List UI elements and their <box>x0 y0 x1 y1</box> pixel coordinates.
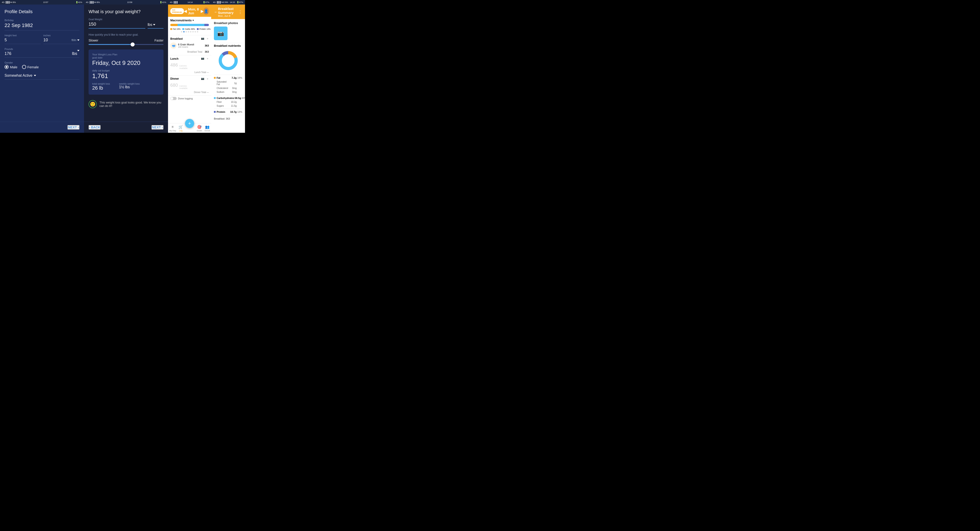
avatar[interactable]: 👤 <box>204 8 209 15</box>
lunch-total-row: Lunch Total — <box>170 71 209 74</box>
radio-female[interactable] <box>22 65 26 69</box>
donut-chart-container <box>214 49 242 72</box>
dinner-add-icon[interactable]: ＋ <box>206 77 209 81</box>
divider-5 <box>214 115 242 115</box>
carousel-dot-2[interactable] <box>183 31 185 32</box>
fat-nutrient-label: Fat <box>216 76 221 79</box>
protein-nutrient-label: Protein <box>216 111 225 113</box>
plan-goal-date-label: goal date <box>92 56 160 59</box>
gender-row: Male Female <box>5 65 80 69</box>
add-photo-button[interactable]: 📷 <box>214 27 228 40</box>
fat-legend-pct: 19% <box>177 28 180 30</box>
sugars-val: 11.5g <box>230 105 237 107</box>
speed-slider[interactable] <box>89 44 164 45</box>
nav-social[interactable]: 👥 Social <box>204 125 210 132</box>
go-premium-badge[interactable]: GO PREMIUM <box>170 8 184 14</box>
breakfast-label: Breakfast <box>170 37 183 40</box>
gender-male-option[interactable]: Male <box>5 65 18 69</box>
breakfast-photo-icon[interactable]: 📷 <box>201 37 204 41</box>
plan-goal-date-value: Friday, Oct 9 2020 <box>92 59 160 67</box>
fiber-label: Fiber <box>216 101 222 103</box>
photos-section-title: Breakfast photos <box>214 21 242 25</box>
network-info-3: 4G ▐▐▐ <box>170 1 178 3</box>
protein-nutrient-pct: 13% <box>237 111 242 113</box>
goals-icon: 🎯 <box>197 125 202 129</box>
goal-title: What is your goal weight? <box>89 9 164 14</box>
fat-legend-dot <box>170 28 172 30</box>
next-button[interactable]: NEXT › <box>67 125 80 130</box>
protein-bar-segment <box>204 24 209 26</box>
network-info-1: 4G ▐▐▐ 64 B/s <box>2 1 16 3</box>
macro-legend: Fat 19% Carbs 69% Protein 13% <box>170 28 209 30</box>
breakfast-content: Breakfast photos 📷 Breakfast nutrients <box>211 19 245 133</box>
carousel-dot-8[interactable] <box>197 31 198 32</box>
breakfast-total-val: 363 <box>205 51 209 53</box>
pounds-unit-dropdown[interactable]: lbs <box>72 51 80 56</box>
done-logging-toggle[interactable] <box>170 97 177 100</box>
sodium-nutrient-row: Sodium 0mg <box>214 90 242 94</box>
height-inches-label: inches <box>43 34 80 37</box>
height-unit-arrow <box>77 40 80 41</box>
dinner-photo-icon[interactable]: 📷 <box>201 77 204 81</box>
network-info-4: 4G ▐▐▐ 542 B/s <box>213 1 228 3</box>
next-button-2[interactable]: NEXT › <box>151 125 164 130</box>
sodium-label: Sodium <box>216 91 224 93</box>
back-button[interactable]: ‹ BACK <box>89 125 100 130</box>
protein-nutrient-row: Protein 10.7g 13% <box>214 110 242 114</box>
current-date: Mon, 8 Jun <box>188 7 199 15</box>
height-inches-input[interactable]: 10 ft/in <box>43 38 80 44</box>
nav-goals[interactable]: 🎯 Goals <box>197 125 202 132</box>
birthday-label: Birthday <box>5 19 80 22</box>
breakfast-section: Breakfast 📷 ＋ 🥣 6 Grain Muesli 100 Grams… <box>168 35 211 55</box>
lunch-add-icon[interactable]: ＋ <box>206 57 209 60</box>
more-options-icon[interactable]: ⋮ <box>238 10 242 14</box>
time-4: 14:15 <box>230 1 235 3</box>
nav-myday[interactable]: ☀ My Day <box>169 125 176 132</box>
page-title: Profile Details <box>5 9 80 14</box>
next-date-button[interactable]: ▶ <box>201 9 204 13</box>
height-unit-dropdown[interactable]: ft/in <box>72 38 80 42</box>
radio-male[interactable] <box>5 65 9 69</box>
carousel-dot-4[interactable] <box>188 31 189 32</box>
activity-dropdown[interactable]: Somewhat Active <box>5 73 80 80</box>
log-label: Log <box>179 130 182 132</box>
goal-weight-unit-dropdown[interactable]: lbs <box>148 23 164 29</box>
header-subtitle: Mon, Jun 8 <box>218 14 238 17</box>
carousel-dot-1[interactable] <box>181 31 182 32</box>
prev-date-button[interactable]: ◀ <box>184 9 187 13</box>
carbs-nutrient-label: Carbohydrates <box>216 97 234 99</box>
macronutrients-section: Macronutrients ▾ Fat 19% Carbs 69% Prote… <box>168 17 211 35</box>
breakfast-add-icon[interactable]: ＋ <box>206 37 209 41</box>
goals-label: Goals <box>197 130 202 132</box>
sodium-val: 0mg <box>230 91 237 93</box>
lunch-label: Lunch <box>170 57 178 60</box>
cholesterol-label: Cholesterol <box>216 87 228 89</box>
lunch-photo-icon[interactable]: 📷 <box>201 57 204 60</box>
pounds-input[interactable]: 176 lbs <box>5 51 80 58</box>
fat-color-dot <box>214 77 216 79</box>
food-item-muesli[interactable]: 🥣 6 Grain Muesli 100 Grams 363 <box>170 41 209 50</box>
fab-add-button[interactable]: + <box>185 119 194 128</box>
nav-log[interactable]: 🛒 Log <box>178 125 183 132</box>
macronutrients-title: Macronutrients <box>170 19 192 22</box>
dinner-avail-cal: 680 <box>170 82 178 88</box>
height-feet-input[interactable]: 5 <box>5 38 41 44</box>
carousel-dot-7[interactable] <box>194 31 196 32</box>
carbs-nutrient-pct: 69% <box>241 97 245 99</box>
goal-weight-input[interactable]: 150 <box>89 22 145 29</box>
carousel-dot-6[interactable] <box>192 31 194 32</box>
sugars-nutrient-row: Sugars 11.5g <box>214 104 242 108</box>
carousel-dot-3[interactable] <box>186 31 187 32</box>
gender-female-option[interactable]: Female <box>22 65 39 69</box>
carousel-dot-5[interactable] <box>190 31 191 32</box>
gender-male-label: Male <box>10 65 18 69</box>
birthday-value[interactable]: 22 Sep 1982 <box>5 22 80 30</box>
lunch-avail-row: 486 Calories Available <box>170 62 209 71</box>
back-icon[interactable]: ← <box>214 10 218 14</box>
lunch-total-label: Lunch Total <box>194 71 206 73</box>
macronutrients-dropdown-icon[interactable]: ▾ <box>192 19 194 22</box>
available-label: Available <box>179 67 187 70</box>
panel2-footer: ‹ BACK NEXT › <box>84 122 168 133</box>
carbs-nutrient-row: Carbohydrates 58.5g 69% <box>214 96 242 100</box>
gender-female-label: Female <box>27 65 39 69</box>
